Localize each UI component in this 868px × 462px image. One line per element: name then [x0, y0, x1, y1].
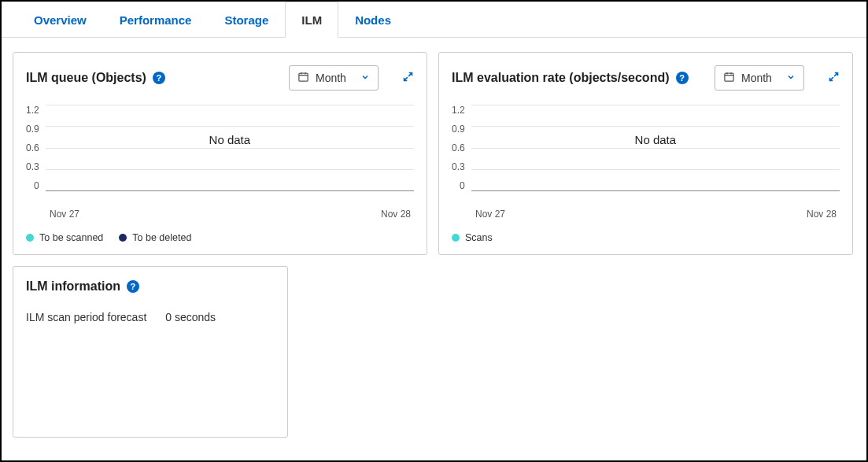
tab-overview[interactable]: Overview: [17, 2, 103, 38]
info-value: 0 seconds: [165, 311, 216, 323]
help-icon[interactable]: ?: [676, 72, 689, 84]
range-label: Month: [316, 72, 346, 84]
x-axis: Nov 27 Nov 28: [475, 209, 840, 220]
svg-rect-0: [299, 73, 308, 81]
legend-item-deleted: To be deleted: [119, 232, 191, 243]
no-data-label: No data: [635, 132, 677, 146]
info-row: ILM scan period forecast 0 seconds: [26, 311, 275, 323]
swatch-icon: [119, 234, 127, 242]
tab-bar: Overview Performance Storage ILM Nodes: [2, 2, 866, 38]
expand-icon[interactable]: [828, 71, 840, 85]
swatch-icon: [452, 234, 460, 242]
y-axis: 1.2 0.9 0.6 0.3 0: [452, 105, 471, 191]
card-title: ILM queue (Objects): [26, 71, 146, 85]
legend: To be scanned To be deleted: [26, 232, 414, 243]
time-range-select[interactable]: Month: [715, 65, 804, 91]
help-icon[interactable]: ?: [153, 72, 165, 84]
tab-performance[interactable]: Performance: [103, 2, 209, 38]
calendar-icon: [297, 71, 309, 85]
calendar-icon: [723, 71, 735, 85]
y-axis: 1.2 0.9 0.6 0.3 0: [26, 105, 46, 191]
tab-ilm[interactable]: ILM: [285, 2, 338, 38]
no-data-label: No data: [209, 132, 251, 146]
expand-icon[interactable]: [402, 71, 414, 85]
tab-nodes[interactable]: Nodes: [338, 2, 408, 38]
info-label: ILM scan period forecast: [26, 311, 146, 323]
card-title: ILM evaluation rate (objects/second): [452, 71, 670, 85]
card-ilm-queue: ILM queue (Objects) ? Month: [13, 52, 427, 255]
help-icon[interactable]: ?: [127, 280, 139, 293]
chevron-down-icon: [786, 72, 796, 84]
card-title: ILM information: [26, 279, 120, 294]
card-ilm-eval: ILM evaluation rate (objects/second) ? M…: [438, 52, 853, 255]
chevron-down-icon: [360, 72, 370, 84]
range-label: Month: [741, 72, 772, 84]
time-range-select[interactable]: Month: [289, 65, 379, 91]
card-ilm-info: ILM information ? ILM scan period foreca…: [13, 266, 288, 438]
tab-storage[interactable]: Storage: [208, 2, 285, 38]
legend-item-scanned: To be scanned: [26, 232, 103, 243]
swatch-icon: [26, 234, 34, 242]
chart-plot: No data: [46, 105, 414, 191]
legend-item-scans: Scans: [452, 232, 493, 243]
chart-plot: No data: [471, 105, 840, 191]
x-axis: Nov 27 Nov 28: [50, 209, 414, 220]
svg-rect-1: [725, 73, 733, 81]
legend: Scans: [452, 232, 840, 243]
